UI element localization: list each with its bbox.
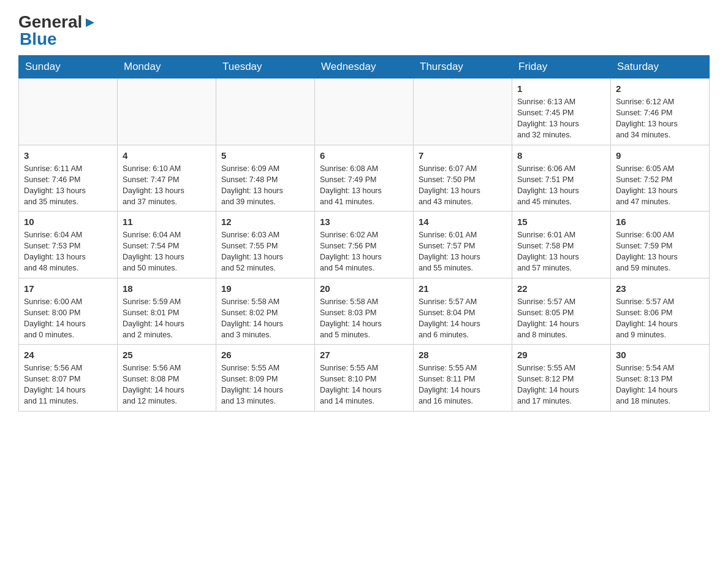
calendar-cell: 4Sunrise: 6:10 AM Sunset: 7:47 PM Daylig… bbox=[118, 145, 216, 212]
calendar-day-header: Thursday bbox=[414, 56, 512, 79]
day-info: Sunrise: 6:08 AM Sunset: 7:49 PM Dayligh… bbox=[320, 163, 408, 208]
day-number: 1 bbox=[517, 82, 605, 95]
calendar-week-row: 10Sunrise: 6:04 AM Sunset: 7:53 PM Dayli… bbox=[19, 212, 710, 278]
day-number: 8 bbox=[517, 149, 605, 162]
calendar-header-row: SundayMondayTuesdayWednesdayThursdayFrid… bbox=[19, 56, 710, 79]
day-number: 6 bbox=[320, 149, 408, 162]
day-info: Sunrise: 5:59 AM Sunset: 8:01 PM Dayligh… bbox=[123, 296, 211, 341]
day-number: 19 bbox=[221, 282, 309, 295]
calendar-cell bbox=[414, 79, 512, 145]
day-info: Sunrise: 5:55 AM Sunset: 8:09 PM Dayligh… bbox=[221, 362, 309, 407]
day-number: 25 bbox=[123, 348, 211, 361]
day-info: Sunrise: 6:01 AM Sunset: 7:57 PM Dayligh… bbox=[419, 229, 507, 274]
day-number: 28 bbox=[419, 348, 507, 361]
day-number: 27 bbox=[320, 348, 408, 361]
day-number: 2 bbox=[616, 82, 704, 95]
calendar-cell: 16Sunrise: 6:00 AM Sunset: 7:59 PM Dayli… bbox=[611, 212, 710, 278]
day-info: Sunrise: 6:04 AM Sunset: 7:53 PM Dayligh… bbox=[24, 229, 112, 274]
day-info: Sunrise: 6:11 AM Sunset: 7:46 PM Dayligh… bbox=[24, 163, 112, 208]
day-number: 13 bbox=[320, 215, 408, 228]
day-number: 16 bbox=[616, 215, 704, 228]
calendar-week-row: 1Sunrise: 6:13 AM Sunset: 7:45 PM Daylig… bbox=[19, 79, 710, 145]
day-info: Sunrise: 6:07 AM Sunset: 7:50 PM Dayligh… bbox=[419, 163, 507, 208]
day-info: Sunrise: 5:55 AM Sunset: 8:12 PM Dayligh… bbox=[517, 362, 605, 407]
day-info: Sunrise: 6:01 AM Sunset: 7:58 PM Dayligh… bbox=[517, 229, 605, 274]
day-number: 20 bbox=[320, 282, 408, 295]
day-info: Sunrise: 6:03 AM Sunset: 7:55 PM Dayligh… bbox=[221, 229, 309, 274]
calendar-cell: 21Sunrise: 5:57 AM Sunset: 8:04 PM Dayli… bbox=[414, 278, 512, 345]
calendar-cell: 7Sunrise: 6:07 AM Sunset: 7:50 PM Daylig… bbox=[414, 145, 512, 212]
day-info: Sunrise: 5:57 AM Sunset: 8:04 PM Dayligh… bbox=[419, 296, 507, 341]
day-info: Sunrise: 6:10 AM Sunset: 7:47 PM Dayligh… bbox=[123, 163, 211, 208]
calendar-cell: 10Sunrise: 6:04 AM Sunset: 7:53 PM Dayli… bbox=[19, 212, 118, 278]
calendar-cell: 13Sunrise: 6:02 AM Sunset: 7:56 PM Dayli… bbox=[315, 212, 414, 278]
day-info: Sunrise: 5:58 AM Sunset: 8:03 PM Dayligh… bbox=[320, 296, 408, 341]
day-number: 23 bbox=[616, 282, 704, 295]
day-number: 5 bbox=[221, 149, 309, 162]
calendar-cell: 19Sunrise: 5:58 AM Sunset: 8:02 PM Dayli… bbox=[216, 278, 315, 345]
calendar-cell: 26Sunrise: 5:55 AM Sunset: 8:09 PM Dayli… bbox=[216, 345, 315, 412]
calendar-cell: 6Sunrise: 6:08 AM Sunset: 7:49 PM Daylig… bbox=[315, 145, 414, 212]
day-number: 12 bbox=[221, 215, 309, 228]
calendar-cell bbox=[216, 79, 315, 145]
day-number: 15 bbox=[517, 215, 605, 228]
day-number: 17 bbox=[24, 282, 112, 295]
calendar-cell: 2Sunrise: 6:12 AM Sunset: 7:46 PM Daylig… bbox=[611, 79, 710, 145]
day-number: 11 bbox=[123, 215, 211, 228]
day-info: Sunrise: 6:00 AM Sunset: 8:00 PM Dayligh… bbox=[24, 296, 112, 341]
calendar-cell: 29Sunrise: 5:55 AM Sunset: 8:12 PM Dayli… bbox=[512, 345, 611, 412]
day-info: Sunrise: 5:56 AM Sunset: 8:08 PM Dayligh… bbox=[123, 362, 211, 407]
day-number: 26 bbox=[221, 348, 309, 361]
calendar-cell: 9Sunrise: 6:05 AM Sunset: 7:52 PM Daylig… bbox=[611, 145, 710, 212]
day-info: Sunrise: 6:04 AM Sunset: 7:54 PM Dayligh… bbox=[123, 229, 211, 274]
day-info: Sunrise: 6:05 AM Sunset: 7:52 PM Dayligh… bbox=[616, 163, 704, 208]
calendar-day-header: Sunday bbox=[19, 56, 118, 79]
calendar-cell: 24Sunrise: 5:56 AM Sunset: 8:07 PM Dayli… bbox=[19, 345, 118, 412]
calendar-day-header: Friday bbox=[512, 56, 611, 79]
day-number: 14 bbox=[419, 215, 507, 228]
day-number: 4 bbox=[123, 149, 211, 162]
day-info: Sunrise: 5:56 AM Sunset: 8:07 PM Dayligh… bbox=[24, 362, 112, 407]
day-info: Sunrise: 5:57 AM Sunset: 8:05 PM Dayligh… bbox=[517, 296, 605, 341]
svg-marker-0 bbox=[86, 18, 94, 27]
day-number: 3 bbox=[24, 149, 112, 162]
calendar-week-row: 17Sunrise: 6:00 AM Sunset: 8:00 PM Dayli… bbox=[19, 278, 710, 345]
day-info: Sunrise: 5:55 AM Sunset: 8:11 PM Dayligh… bbox=[419, 362, 507, 407]
calendar-day-header: Saturday bbox=[611, 56, 710, 79]
calendar-cell: 1Sunrise: 6:13 AM Sunset: 7:45 PM Daylig… bbox=[512, 79, 611, 145]
calendar-week-row: 3Sunrise: 6:11 AM Sunset: 7:46 PM Daylig… bbox=[19, 145, 710, 212]
day-number: 7 bbox=[419, 149, 507, 162]
calendar-cell: 23Sunrise: 5:57 AM Sunset: 8:06 PM Dayli… bbox=[611, 278, 710, 345]
day-number: 22 bbox=[517, 282, 605, 295]
calendar-day-header: Wednesday bbox=[315, 56, 414, 79]
calendar-day-header: Monday bbox=[118, 56, 216, 79]
calendar-cell: 8Sunrise: 6:06 AM Sunset: 7:51 PM Daylig… bbox=[512, 145, 611, 212]
day-number: 18 bbox=[123, 282, 211, 295]
calendar-cell: 11Sunrise: 6:04 AM Sunset: 7:54 PM Dayli… bbox=[118, 212, 216, 278]
calendar-cell bbox=[118, 79, 216, 145]
day-number: 29 bbox=[517, 348, 605, 361]
logo: General Blue bbox=[18, 12, 97, 49]
calendar-cell: 5Sunrise: 6:09 AM Sunset: 7:48 PM Daylig… bbox=[216, 145, 315, 212]
logo-blue-text: Blue bbox=[20, 29, 57, 49]
day-number: 9 bbox=[616, 149, 704, 162]
page-header: General Blue bbox=[18, 12, 710, 49]
calendar-cell: 17Sunrise: 6:00 AM Sunset: 8:00 PM Dayli… bbox=[19, 278, 118, 345]
day-info: Sunrise: 6:09 AM Sunset: 7:48 PM Dayligh… bbox=[221, 163, 309, 208]
day-number: 21 bbox=[419, 282, 507, 295]
calendar-cell: 20Sunrise: 5:58 AM Sunset: 8:03 PM Dayli… bbox=[315, 278, 414, 345]
calendar-cell: 27Sunrise: 5:55 AM Sunset: 8:10 PM Dayli… bbox=[315, 345, 414, 412]
day-info: Sunrise: 6:12 AM Sunset: 7:46 PM Dayligh… bbox=[616, 96, 704, 141]
calendar-cell bbox=[315, 79, 414, 145]
day-info: Sunrise: 5:58 AM Sunset: 8:02 PM Dayligh… bbox=[221, 296, 309, 341]
day-info: Sunrise: 5:57 AM Sunset: 8:06 PM Dayligh… bbox=[616, 296, 704, 341]
day-info: Sunrise: 6:06 AM Sunset: 7:51 PM Dayligh… bbox=[517, 163, 605, 208]
calendar-cell: 3Sunrise: 6:11 AM Sunset: 7:46 PM Daylig… bbox=[19, 145, 118, 212]
calendar-cell: 22Sunrise: 5:57 AM Sunset: 8:05 PM Dayli… bbox=[512, 278, 611, 345]
day-info: Sunrise: 6:02 AM Sunset: 7:56 PM Dayligh… bbox=[320, 229, 408, 274]
calendar-cell: 25Sunrise: 5:56 AM Sunset: 8:08 PM Dayli… bbox=[118, 345, 216, 412]
day-info: Sunrise: 6:13 AM Sunset: 7:45 PM Dayligh… bbox=[517, 96, 605, 141]
day-info: Sunrise: 5:55 AM Sunset: 8:10 PM Dayligh… bbox=[320, 362, 408, 407]
calendar-cell bbox=[19, 79, 118, 145]
calendar-cell: 15Sunrise: 6:01 AM Sunset: 7:58 PM Dayli… bbox=[512, 212, 611, 278]
